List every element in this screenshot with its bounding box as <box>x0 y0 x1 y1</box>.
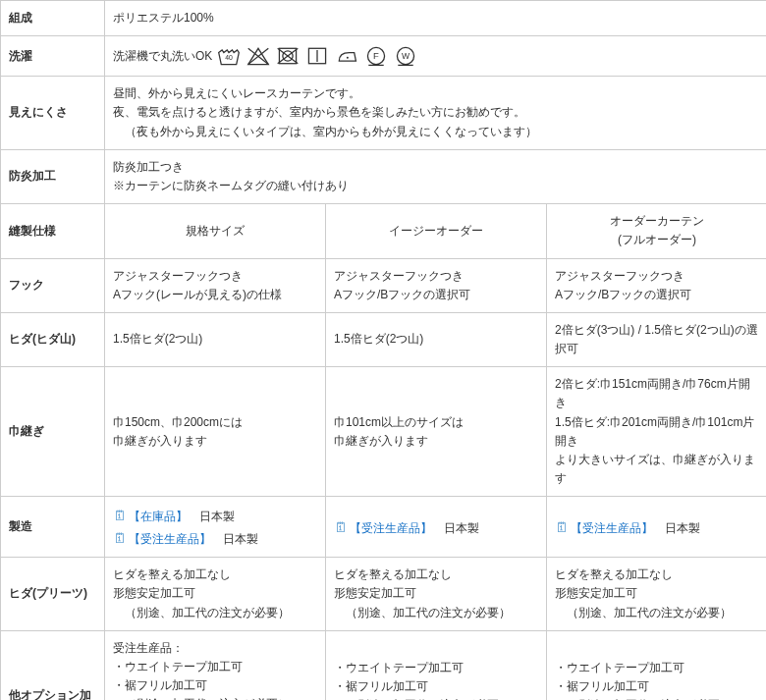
calendar-icon: 🗓 <box>555 519 569 535</box>
value-fire: 防炎加工つき ※カーテンに防炎ネームタグの縫い付けあり <box>105 149 767 203</box>
badge-order: 【受注生産品】 <box>350 521 432 535</box>
text: Aフック/Bフックの選択可 <box>555 286 759 304</box>
col-full: オーダーカーテン (フルオーダー) <box>547 204 767 258</box>
text: （別途、加工代の注文が必要） <box>334 604 538 622</box>
cell: ・ウエイトテープ加工可 ・裾フリル加工可 （別途、加工代の注文が必要） ※形態安… <box>547 630 767 700</box>
calendar-icon: 🗓 <box>113 530 127 546</box>
text: 防炎加工つき <box>113 158 759 177</box>
no-bleach-icon <box>246 44 271 68</box>
row-visibility: 見えにくさ 昼間、外から見えにくいレースカーテンです。 夜、電気を点けると透けま… <box>1 77 767 150</box>
cell: 1.5倍ヒダ(2つ山) <box>326 312 547 366</box>
label-spec: 縫製仕様 <box>1 204 105 258</box>
svg-text:W: W <box>402 52 410 62</box>
label-manufacture: 製造 <box>1 497 105 558</box>
row-spec-heads: 縫製仕様 規格サイズ イージーオーダー オーダーカーテン (フルオーダー) <box>1 204 767 258</box>
cell: ヒダを整える加工なし 形態安定加工可 （別途、加工代の注文が必要） <box>547 558 767 631</box>
text: 夜、電気を点けると透けますが、室内から景色を楽しみたい方にお勧めです。 <box>113 103 759 122</box>
wetclean-w-icon: W <box>393 44 418 68</box>
col-easy: イージーオーダー <box>326 204 547 258</box>
cell: ヒダを整える加工なし 形態安定加工可 （別途、加工代の注文が必要） <box>105 558 326 631</box>
text: 2倍ヒダ:巾151cm両開き/巾76cm片開き <box>555 375 759 412</box>
cell: 1.5倍ヒダ(2つ山) <box>105 312 326 366</box>
calendar-icon: 🗓 <box>334 519 348 535</box>
text: ・裾フリル加工可 <box>555 677 759 696</box>
value-visibility: 昼間、外から見えにくいレースカーテンです。 夜、電気を点けると透けますが、室内か… <box>105 77 767 150</box>
value-composition: ポリエステル100% <box>105 1 767 36</box>
cell: 2倍ヒダ(3つ山) / 1.5倍ヒダ(2つ山)の選択可 <box>547 312 767 366</box>
text: 形態安定加工可 <box>334 584 538 603</box>
text: 形態安定加工可 <box>113 584 317 603</box>
jp: 日本製 <box>199 510 235 523</box>
cell: 2倍ヒダ:巾151cm両開き/巾76cm片開き 1.5倍ヒダ:巾201cm両開き… <box>547 367 767 497</box>
text: （夜も外から見えにくいタイプは、室内からも外が見えにくくなっています） <box>113 123 759 141</box>
cell: 🗓【在庫品】 日本製 🗓【受注生産品】 日本製 <box>105 497 326 558</box>
text: 昼間、外から見えにくいレースカーテンです。 <box>113 84 759 103</box>
cell: アジャスターフックつき Aフック/Bフックの選択可 <box>547 258 767 312</box>
text: （別途、加工代の注文が必要） <box>334 696 538 700</box>
text: ・ウエイトテープ加工可 <box>334 659 538 677</box>
jp: 日本製 <box>665 521 700 535</box>
stock-line: 🗓【在庫品】 日本製 <box>113 505 317 526</box>
text: （別途、加工代の注文が必要） <box>113 604 317 622</box>
label-visibility: 見えにくさ <box>1 77 105 150</box>
iron-low-icon <box>334 44 359 68</box>
cell: 🗓【受注生産品】 日本製 <box>326 497 547 558</box>
text: オーダーカーテン <box>555 212 759 231</box>
row-manufacture: 製造 🗓【在庫品】 日本製 🗓【受注生産品】 日本製 🗓【受注生産品】 日本製 … <box>1 497 767 558</box>
cell: 巾101cm以上のサイズは 巾継ぎが入ります <box>326 367 547 497</box>
row-composition: 組成 ポリエステル100% <box>1 1 767 36</box>
row-hook: フック アジャスターフックつき Aフック(レールが見える)の仕様 アジャスターフ… <box>1 258 767 312</box>
text: ・ウエイトテープ加工可 <box>555 659 759 677</box>
text: Aフック(レールが見える)の仕様 <box>113 286 317 304</box>
label-options: 他オプション加工 <box>1 630 105 700</box>
row-options: 他オプション加工 受注生産品： ・ウエイトテープ加工可 ・裾フリル加工可 （別途… <box>1 630 767 700</box>
row-pleat: ヒダ(ヒダ山) 1.5倍ヒダ(2つ山) 1.5倍ヒダ(2つ山) 2倍ヒダ(3つ山… <box>1 312 767 366</box>
text: アジャスターフックつき <box>334 267 538 286</box>
label-fire: 防炎加工 <box>1 149 105 203</box>
row-fire: 防炎加工 防炎加工つき ※カーテンに防炎ネームタグの縫い付けあり <box>1 149 767 203</box>
cell: アジャスターフックつき Aフック/Bフックの選択可 <box>326 258 547 312</box>
spec-table: 組成 ポリエステル100% 洗濯 洗濯機で丸洗いOK 40 F W 見えにくさ … <box>0 0 766 700</box>
text: 形態安定加工可 <box>555 584 759 603</box>
text: Aフック/Bフックの選択可 <box>334 286 538 304</box>
text: アジャスターフックつき <box>113 267 317 286</box>
cell: ヒダを整える加工なし 形態安定加工可 （別途、加工代の注文が必要） <box>326 558 547 631</box>
dry-hang-icon <box>304 44 330 68</box>
label-pleat-finish: ヒダ(プリーツ) <box>1 558 105 631</box>
order-line: 🗓【受注生産品】 日本製 <box>113 527 317 549</box>
text: より大きいサイズは、巾継ぎが入ります <box>555 451 759 488</box>
row-wash: 洗濯 洗濯機で丸洗いOK 40 F W <box>1 36 767 77</box>
cell: 巾150cm、巾200cmには 巾継ぎが入ります <box>105 367 326 497</box>
svg-point-9 <box>347 57 349 59</box>
text: ヒダを整える加工なし <box>334 565 538 584</box>
value-wash: 洗濯機で丸洗いOK 40 F W <box>105 36 767 77</box>
text: 巾継ぎが入ります <box>113 432 317 451</box>
badge-order: 【受注生産品】 <box>129 532 211 546</box>
text: ヒダを整える加工なし <box>113 565 317 584</box>
text: ・ウエイトテープ加工可 <box>113 658 317 676</box>
label-wash: 洗濯 <box>1 36 105 77</box>
text: (フルオーダー) <box>555 231 759 249</box>
text: ・裾フリル加工可 <box>113 676 317 695</box>
jp: 日本製 <box>444 521 479 535</box>
text: アジャスターフックつき <box>555 267 759 286</box>
text: （別途、加工代の注文が必要） <box>555 604 759 622</box>
wash-40-icon: 40 <box>216 44 242 68</box>
calendar-icon: 🗓 <box>113 508 127 523</box>
col-standard: 規格サイズ <box>105 204 326 258</box>
text: 巾継ぎが入ります <box>334 432 538 451</box>
text: （別途、加工代の注文が必要） <box>555 696 759 700</box>
label-composition: 組成 <box>1 1 105 36</box>
label-hook: フック <box>1 258 105 312</box>
jp: 日本製 <box>223 532 258 546</box>
cell: 受注生産品： ・ウエイトテープ加工可 ・裾フリル加工可 （別途、加工代の注文が必… <box>105 630 326 700</box>
cell: アジャスターフックつき Aフック(レールが見える)の仕様 <box>105 258 326 312</box>
text: 受注生産品： <box>113 639 317 658</box>
no-tumble-dry-icon <box>275 44 301 68</box>
text: （別途、加工代の注文が必要） <box>113 695 317 700</box>
label-pleat: ヒダ(ヒダ山) <box>1 312 105 366</box>
row-seam: 巾継ぎ 巾150cm、巾200cmには 巾継ぎが入ります 巾101cm以上のサイ… <box>1 367 767 497</box>
text: ※カーテンに防炎ネームタグの縫い付けあり <box>113 177 759 195</box>
text: 1.5倍ヒダ:巾201cm両開き/巾101cm片開き <box>555 413 759 451</box>
text: 巾101cm以上のサイズは <box>334 413 538 432</box>
